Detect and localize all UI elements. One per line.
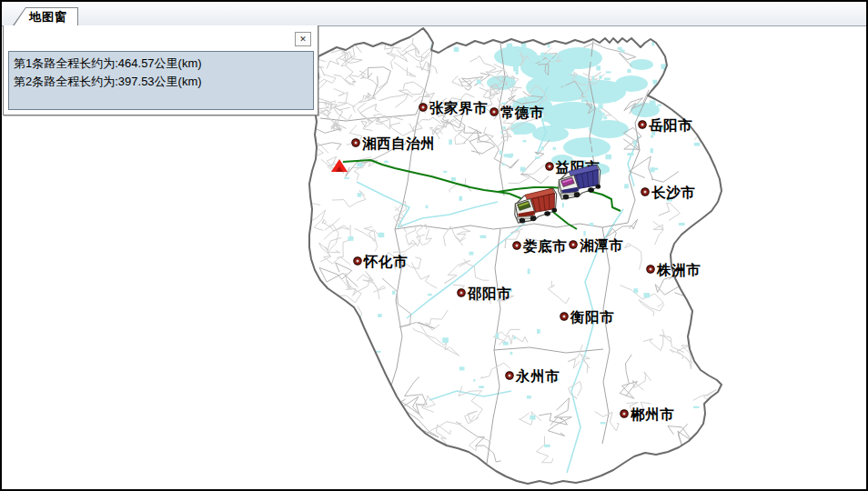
city-label: 株洲市 [656, 262, 701, 277]
map-area[interactable]: 张家界市常德市岳阳市湘西自治州益阳市长沙市娄底市湘潭市株洲市怀化市邵阳市衡阳市永… [2, 25, 866, 489]
panel-close-button[interactable]: ✕ [295, 32, 311, 46]
route-info-box: 第1条路全程长约为:464.57公里(km) 第2条路全程长约为:397.53公… [8, 51, 314, 110]
city-label: 张家界市 [429, 100, 488, 115]
tab-map-window[interactable]: 地图窗口 [13, 7, 78, 25]
city-label: 湘潭市 [580, 237, 623, 253]
close-icon: ✕ [299, 35, 307, 44]
city-marker-icon[interactable] [506, 372, 513, 379]
city-marker-icon[interactable] [639, 121, 646, 128]
city-marker-icon[interactable] [490, 108, 498, 115]
city-label: 岳阳市 [649, 117, 692, 133]
route-distance-line-1: 第1条路全程长约为:464.57公里(km) [14, 55, 308, 73]
city-marker-icon[interactable] [546, 163, 553, 170]
city-marker-icon[interactable] [513, 242, 520, 249]
route-distance-line-2: 第2条路全程长约为:397.53公里(km) [14, 73, 308, 91]
city-marker-icon[interactable] [621, 410, 628, 417]
city-label: 娄底市 [522, 238, 567, 254]
city-label: 衡阳市 [570, 309, 614, 325]
city-marker-icon[interactable] [647, 266, 654, 273]
city-label: 邵阳市 [467, 286, 511, 301]
city-label: 郴州市 [630, 406, 674, 422]
city-label: 怀化市 [362, 254, 408, 269]
city-marker-icon[interactable] [352, 139, 359, 146]
city-张家界市: 张家界市 [419, 100, 488, 115]
city-label: 长沙市 [651, 185, 695, 200]
city-label: 永州市 [515, 368, 560, 384]
city-marker-icon[interactable] [641, 188, 649, 195]
city-marker-icon[interactable] [458, 289, 465, 296]
city-label: 湘西自治州 [362, 135, 435, 151]
city-marker-icon[interactable] [570, 241, 577, 248]
route-info-panel: ✕ 第1条路全程长约为:464.57公里(km) 第2条路全程长约为:397.5… [3, 25, 318, 115]
map-window: 地图窗口 [0, 0, 868, 491]
tab-strip: 地图窗口 [2, 2, 866, 26]
city-marker-icon[interactable] [419, 104, 427, 111]
city-湘西自治州: 湘西自治州 [352, 135, 435, 151]
city-marker-icon[interactable] [354, 257, 361, 265]
city-marker-icon[interactable] [560, 313, 568, 320]
city-label: 常德市 [500, 105, 544, 120]
